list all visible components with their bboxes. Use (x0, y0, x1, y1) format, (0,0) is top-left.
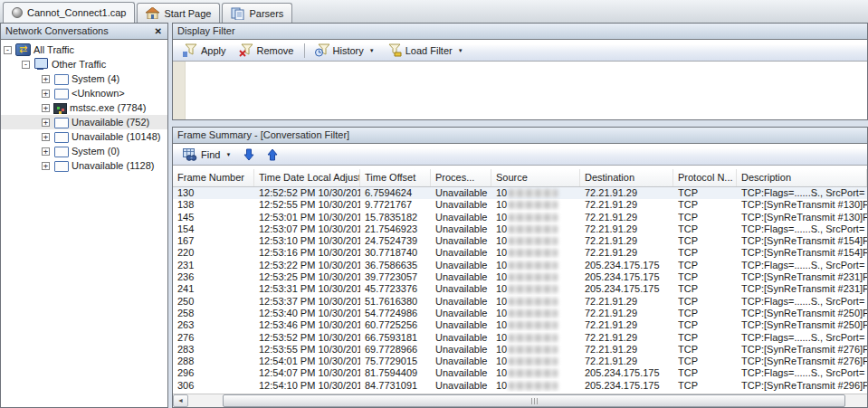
history-button[interactable]: History ▼ (309, 42, 381, 59)
frame-row[interactable]: 28312:53:55 PM 10/30/201369.7728966Unava… (173, 344, 867, 356)
redacted-source (509, 298, 558, 306)
scroll-left-icon[interactable]: ◄ (173, 394, 188, 407)
display-filter-panel: Display Filter Apply Remove History (172, 23, 868, 120)
frame-row[interactable]: 15412:53:07 PM 10/30/201321.7546923Unava… (173, 223, 867, 235)
column-header-frame-number[interactable]: Frame Number (173, 169, 254, 186)
cell-protocol: TCP (673, 199, 737, 211)
tree-item[interactable]: +Unavailable (10148) (1, 129, 167, 144)
cell-offset: 21.7546923 (360, 223, 431, 235)
frame-row[interactable]: 30612:54:10 PM 10/30/201384.7731091Unava… (173, 380, 867, 392)
tab-parsers[interactable]: Parsers (222, 3, 292, 23)
redacted-source (509, 249, 558, 257)
frame-row[interactable]: 13012:52:52 PM 10/30/20136.7594624Unavai… (173, 187, 867, 199)
cell-process: Unavailable (431, 344, 491, 356)
frame-row[interactable]: 23112:53:22 PM 10/30/201336.7586635Unava… (173, 260, 867, 271)
frame-row[interactable]: 16712:53:10 PM 10/30/201324.7524739Unava… (173, 235, 867, 247)
tree-expander-icon[interactable]: + (42, 133, 50, 141)
load-filter-button[interactable]: Load Filter ▼ (381, 42, 470, 59)
history-label: History (333, 45, 364, 56)
column-header-source[interactable]: Source (491, 169, 580, 186)
apply-filter-icon (183, 43, 197, 57)
redacted-source (509, 201, 558, 209)
capture-file-icon (12, 7, 23, 18)
column-header-description[interactable]: Description (737, 169, 867, 186)
cell-time: 12:54:07 PM 10/30/2013 (254, 367, 360, 379)
apply-filter-button[interactable]: Apply (176, 42, 233, 59)
tree-expander-icon[interactable]: + (42, 104, 50, 112)
redacted-source (509, 273, 558, 281)
cell-offset: 81.7594409 (360, 367, 431, 379)
close-icon[interactable]: ✕ (155, 24, 162, 39)
tab-label: Start Page (164, 8, 211, 19)
cell-description: TCP:[SynReTransmit #231]F (737, 283, 867, 295)
tree-item-label: Unavailable (1128) (72, 160, 155, 171)
process-icon (53, 145, 69, 157)
tree-expander-icon[interactable]: - (4, 46, 12, 54)
cell-frame: 296 (173, 367, 254, 379)
filter-editor[interactable] (173, 62, 867, 119)
tree-item[interactable]: +System (4) (1, 71, 167, 86)
cell-source: 10 (491, 212, 580, 223)
remove-label: Remove (257, 45, 294, 56)
cell-description: TCP:Flags=......S., SrcPort= (737, 367, 867, 379)
horizontal-scrollbar[interactable]: ◄ (173, 394, 867, 407)
tree-item[interactable]: -All Traffic (1, 43, 167, 57)
tree-item[interactable]: +Unavailable (1128) (1, 158, 167, 173)
cell-description: TCP:[SynReTransmit #154]F (737, 247, 867, 259)
frame-summary-title: Frame Summary - [Conversation Filter] (173, 128, 867, 144)
tree-item[interactable]: +System (0) (1, 144, 167, 158)
tree-item[interactable]: +<Unknown> (1, 86, 167, 100)
tree-item[interactable]: -Other Traffic (1, 57, 167, 71)
frame-row[interactable]: 23612:53:25 PM 10/30/201339.7723057Unava… (173, 271, 867, 283)
frame-row[interactable]: 26312:53:46 PM 10/30/201360.7725256Unava… (173, 319, 867, 331)
find-button[interactable]: Find ▼ (176, 147, 237, 163)
column-header-destination[interactable]: Destination (580, 169, 673, 186)
column-header-time-offset[interactable]: Time Offset (360, 169, 431, 186)
cell-source: 10 (491, 332, 580, 344)
tree-expander-icon[interactable]: - (22, 61, 30, 69)
tree-item[interactable]: +Unavailable (752) (1, 115, 167, 129)
cell-time: 12:52:55 PM 10/30/2013 (254, 199, 360, 211)
remove-filter-button[interactable]: Remove (233, 42, 300, 59)
remove-filter-icon (239, 43, 253, 57)
find-previous-button[interactable] (261, 147, 284, 163)
frame-row[interactable]: 29612:54:07 PM 10/30/201381.7594409Unava… (173, 367, 867, 379)
scrollbar-thumb[interactable] (223, 394, 845, 407)
cell-time: 12:53:55 PM 10/30/2013 (254, 344, 360, 356)
tree-item[interactable]: +mstsc.exe (7784) (1, 100, 167, 115)
cell-time: 12:53:31 PM 10/30/2013 (254, 283, 360, 295)
tree-expander-icon[interactable]: + (42, 162, 50, 170)
column-header-process[interactable]: Proces... (431, 169, 491, 186)
cell-source: 10 (491, 271, 580, 283)
cell-time: 12:53:07 PM 10/30/2013 (254, 223, 360, 235)
cell-time: 12:54:01 PM 10/30/2013 (254, 356, 360, 367)
tree-expander-icon[interactable]: + (42, 75, 50, 83)
cell-description: TCP:[SynReTransmit #231]F (737, 271, 867, 283)
frame-row[interactable]: 25812:53:40 PM 10/30/201354.7724986Unava… (173, 308, 867, 319)
tree-expander-icon[interactable]: + (42, 90, 50, 98)
column-header-time-date[interactable]: Time Date Local Adjusted (254, 169, 360, 186)
frame-row[interactable]: 28812:54:01 PM 10/30/201375.7729015Unava… (173, 356, 867, 367)
tab-capture-file[interactable]: Cannot_Connect1.cap (3, 2, 135, 23)
cell-source: 10 (491, 247, 580, 259)
column-header-protocol[interactable]: Protocol N... (673, 169, 737, 186)
cell-description: TCP:[SynReTransmit #276]F (737, 344, 867, 356)
tab-start-page[interactable]: Start Page (137, 3, 220, 23)
tree-expander-icon[interactable]: + (42, 119, 50, 127)
cell-frame: 241 (173, 283, 254, 295)
cell-offset: 39.7723057 (360, 271, 431, 283)
tree-expander-icon[interactable]: + (42, 147, 50, 156)
frame-row[interactable]: 22012:53:16 PM 10/30/201330.7718740Unava… (173, 247, 867, 259)
cell-source: 10 (491, 187, 580, 199)
frame-row[interactable]: 13812:52:55 PM 10/30/20139.7721767Unavai… (173, 199, 867, 211)
cell-process: Unavailable (431, 223, 491, 235)
panel-title-text: Network Conversations (5, 25, 109, 36)
frame-row[interactable]: 24112:53:31 PM 10/30/201345.7723376Unava… (173, 283, 867, 295)
cell-frame: 258 (173, 308, 254, 319)
cell-frame: 288 (173, 356, 254, 367)
find-next-button[interactable] (237, 147, 261, 163)
frame-row[interactable]: 27612:53:52 PM 10/30/201366.7593181Unava… (173, 332, 867, 344)
arrow-down-icon (243, 148, 254, 161)
frame-row[interactable]: 25012:53:37 PM 10/30/201351.7616380Unava… (173, 296, 867, 308)
frame-row[interactable]: 14512:53:01 PM 10/30/201315.7835182Unava… (173, 212, 867, 223)
